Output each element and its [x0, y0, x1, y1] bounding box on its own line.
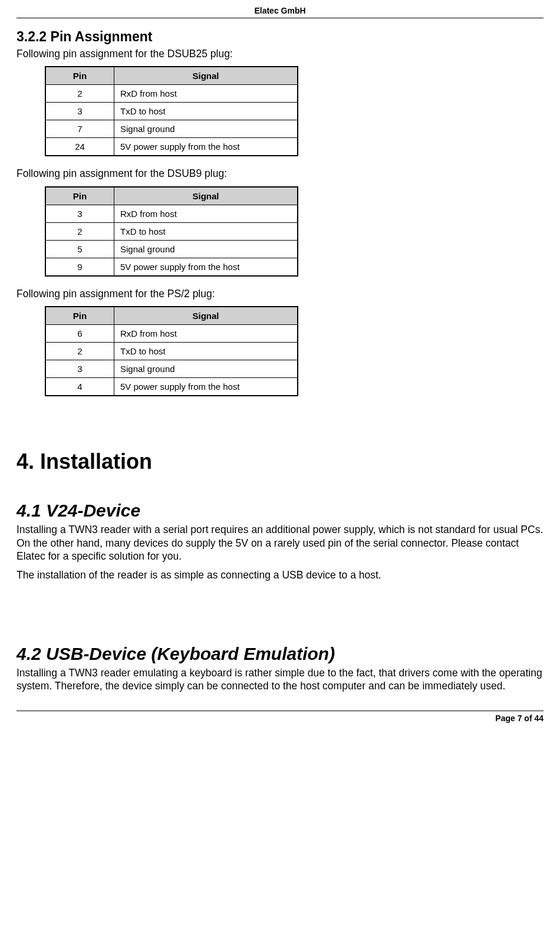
table-row: 2TxD to host	[45, 222, 298, 240]
table-row: 45V power supply from the host	[45, 378, 298, 396]
cell-pin: 5	[45, 240, 114, 258]
footer-rule	[17, 711, 543, 711]
cell-signal: RxD from host	[114, 85, 298, 103]
table-dsub9: Pin Signal 3RxD from host 2TxD to host 5…	[45, 186, 298, 277]
table-row: 3TxD to host	[45, 103, 298, 120]
table-header-row: Pin Signal	[45, 187, 298, 205]
cell-pin: 7	[45, 120, 114, 138]
table-row: 245V power supply from the host	[45, 138, 298, 156]
cell-signal: Signal ground	[114, 120, 298, 138]
cell-pin: 6	[45, 325, 114, 343]
para-4-1-b: The installation of the reader is as sim…	[17, 568, 543, 581]
col-signal: Signal	[114, 187, 298, 205]
col-signal: Signal	[114, 307, 298, 325]
cell-signal: RxD from host	[114, 205, 298, 222]
cell-signal: TxD to host	[114, 103, 298, 120]
table-row: 5Signal ground	[45, 240, 298, 258]
page-footer: Page 7 of 44	[17, 714, 543, 735]
heading-3-2-2: 3.2.2 Pin Assignment	[17, 29, 543, 45]
cell-pin: 24	[45, 138, 114, 156]
heading-4: 4. Installation	[17, 449, 543, 474]
heading-4-2: 4.2 USB-Device (Keyboard Emulation)	[17, 644, 543, 664]
cell-pin: 3	[45, 205, 114, 222]
table-row: 3Signal ground	[45, 360, 298, 378]
table-row: 95V power supply from the host	[45, 258, 298, 276]
para-4-1-a: Installing a TWN3 reader with a serial p…	[17, 523, 543, 563]
para-4-2-a: Installing a TWN3 reader emulating a key…	[17, 666, 543, 693]
table-header-row: Pin Signal	[45, 67, 298, 85]
cell-signal: 5V power supply from the host	[114, 138, 298, 156]
cell-signal: TxD to host	[114, 222, 298, 240]
cell-signal: 5V power supply from the host	[114, 258, 298, 276]
cell-pin: 2	[45, 343, 114, 360]
col-pin: Pin	[45, 307, 114, 325]
table-row: 2TxD to host	[45, 343, 298, 360]
cell-signal: Signal ground	[114, 360, 298, 378]
intro-dsub25: Following pin assignment for the DSUB25 …	[17, 47, 543, 60]
intro-ps2: Following pin assignment for the PS/2 pl…	[17, 287, 543, 300]
cell-pin: 3	[45, 103, 114, 120]
cell-signal: Signal ground	[114, 240, 298, 258]
table-header-row: Pin Signal	[45, 307, 298, 325]
cell-pin: 3	[45, 360, 114, 378]
table-row: 6RxD from host	[45, 325, 298, 343]
page-header: Elatec GmbH	[17, 0, 543, 18]
table-row: 7Signal ground	[45, 120, 298, 138]
cell-signal: TxD to host	[114, 343, 298, 360]
col-pin: Pin	[45, 67, 114, 85]
intro-dsub9: Following pin assignment for the DSUB9 p…	[17, 167, 543, 180]
col-pin: Pin	[45, 187, 114, 205]
table-dsub25: Pin Signal 2RxD from host 3TxD to host 7…	[45, 66, 298, 156]
table-ps2: Pin Signal 6RxD from host 2TxD to host 3…	[45, 306, 298, 396]
table-row: 2RxD from host	[45, 85, 298, 103]
col-signal: Signal	[114, 67, 298, 85]
table-row: 3RxD from host	[45, 205, 298, 222]
cell-signal: 5V power supply from the host	[114, 378, 298, 396]
cell-pin: 2	[45, 222, 114, 240]
header-rule	[17, 18, 543, 18]
cell-pin: 4	[45, 378, 114, 396]
heading-4-1: 4.1 V24-Device	[17, 501, 543, 521]
cell-pin: 2	[45, 85, 114, 103]
cell-signal: RxD from host	[114, 325, 298, 343]
cell-pin: 9	[45, 258, 114, 276]
